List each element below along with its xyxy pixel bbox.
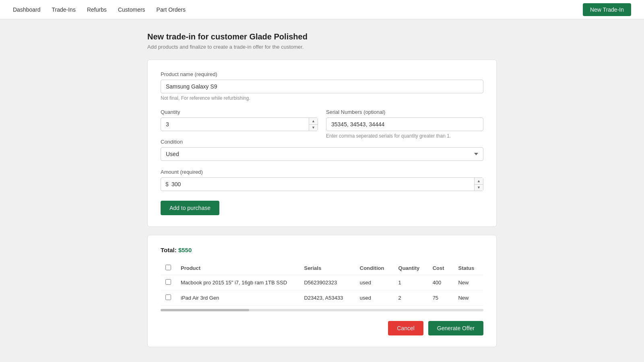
condition-select[interactable]: New Used Damaged For Parts	[161, 147, 483, 161]
summary-card: Total: $550 Product Serials Condition Qu…	[147, 235, 497, 347]
col-condition-header: Condition	[355, 261, 394, 275]
table-row: iPad Air 3rd Gen D23423, A53433 used 2 7…	[161, 290, 483, 306]
row-quantity-1: 2	[394, 290, 428, 306]
table-header: Product Serials Condition Quantity Cost …	[161, 261, 483, 275]
product-name-group: Product name (required) Not final, For r…	[161, 71, 483, 101]
quantity-spinners: ▲ ▼	[309, 118, 318, 131]
quantity-label: Quantity	[161, 109, 318, 115]
amount-wrap: $ ▲ ▼	[161, 177, 483, 191]
quantity-increment[interactable]: ▲	[309, 118, 318, 125]
amount-label: Amount (required)	[161, 169, 483, 175]
condition-label: Condition	[161, 139, 483, 145]
row-cost-0: 400	[428, 275, 454, 290]
col-status-header: Status	[453, 261, 483, 275]
nav-links: Dashboard Trade-Ins Refurbs Customers Pa…	[13, 6, 186, 13]
total-amount: $550	[178, 247, 192, 253]
page-title: New trade-in for customer Glade Polished	[147, 32, 497, 41]
amount-input[interactable]	[161, 177, 483, 191]
amount-increment[interactable]: ▲	[475, 178, 483, 185]
select-all-checkbox[interactable]	[165, 265, 171, 270]
product-name-label: Product name (required)	[161, 71, 483, 77]
form-card: Product name (required) Not final, For r…	[147, 60, 497, 227]
col-product-header: Product	[176, 261, 299, 275]
generate-offer-button[interactable]: Generate Offer	[428, 321, 483, 335]
row-status-0: New	[453, 275, 483, 290]
row-condition-0: used	[355, 275, 394, 290]
quantity-decrement[interactable]: ▼	[309, 125, 318, 131]
add-to-purchase-button[interactable]: Add to purchase	[161, 201, 219, 215]
col-serials-header: Serials	[299, 261, 355, 275]
items-table: Product Serials Condition Quantity Cost …	[161, 261, 483, 306]
page-subtitle: Add products and finalize to create a tr…	[147, 44, 497, 50]
table-row: Macbook pro 2015 15" i7, 16gb ram 1TB SS…	[161, 275, 483, 290]
nav-dashboard[interactable]: Dashboard	[13, 6, 41, 13]
amount-group: Amount (required) $ ▲ ▼	[161, 169, 483, 191]
nav-trade-ins[interactable]: Trade-Ins	[52, 6, 76, 13]
header-checkbox-cell	[161, 261, 176, 275]
serial-numbers-hint: Enter comma seperated serials for quanti…	[326, 133, 483, 139]
serial-numbers-input[interactable]	[326, 117, 483, 131]
row-product-0: Macbook pro 2015 15" i7, 16gb ram 1TB SS…	[176, 275, 299, 290]
card-footer: Cancel Generate Offer	[161, 316, 483, 335]
amount-prefix: $	[165, 181, 169, 187]
items-table-wrap: Product Serials Condition Quantity Cost …	[161, 261, 483, 313]
navbar: Dashboard Trade-Ins Refurbs Customers Pa…	[0, 0, 644, 19]
row-checkbox-cell	[161, 290, 176, 306]
scroll-thumb	[161, 309, 249, 311]
row-condition-1: used	[355, 290, 394, 306]
cancel-button[interactable]: Cancel	[388, 321, 423, 335]
row-checkbox-cell	[161, 275, 176, 290]
page-content: New trade-in for customer Glade Polished…	[141, 32, 503, 347]
row-quantity-0: 1	[394, 275, 428, 290]
nav-customers[interactable]: Customers	[118, 6, 145, 13]
total-label: Total: $550	[161, 247, 483, 253]
amount-decrement[interactable]: ▼	[475, 185, 483, 191]
row-checkbox-0[interactable]	[165, 279, 171, 285]
row-status-1: New	[453, 290, 483, 306]
product-name-hint: Not final, For reference while refurbish…	[161, 95, 483, 101]
row-serials-1: D23423, A53433	[299, 290, 355, 306]
serial-numbers-label: Serial Numbers (optional)	[326, 109, 483, 115]
row-checkbox-1[interactable]	[165, 294, 171, 300]
table-body: Macbook pro 2015 15" i7, 16gb ram 1TB SS…	[161, 275, 483, 306]
row-product-1: iPad Air 3rd Gen	[176, 290, 299, 306]
row-serials-0: D5623902323	[299, 275, 355, 290]
col-quantity-header: Quantity	[394, 261, 428, 275]
total-text: Total:	[161, 247, 177, 253]
quantity-group: Quantity ▲ ▼	[161, 109, 318, 139]
col-cost-header: Cost	[428, 261, 454, 275]
condition-group: Condition New Used Damaged For Parts	[161, 139, 483, 161]
row-cost-1: 75	[428, 290, 454, 306]
quantity-input[interactable]	[161, 117, 318, 131]
nav-refurbs[interactable]: Refurbs	[87, 6, 107, 13]
amount-spinners: ▲ ▼	[474, 178, 483, 191]
new-tradein-button[interactable]: New Trade-In	[583, 3, 631, 16]
quantity-spinner-wrap: ▲ ▼	[161, 117, 318, 131]
qty-serial-row: Quantity ▲ ▼ Serial Numbers (optional) E…	[161, 109, 483, 139]
product-name-input[interactable]	[161, 80, 483, 93]
scroll-bar[interactable]	[161, 309, 483, 311]
serial-group: Serial Numbers (optional) Enter comma se…	[326, 109, 483, 139]
nav-part-orders[interactable]: Part Orders	[157, 6, 186, 13]
